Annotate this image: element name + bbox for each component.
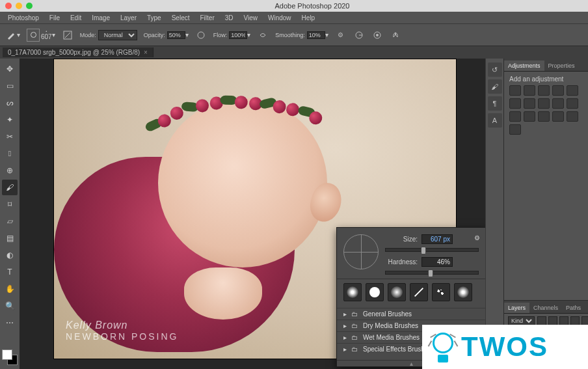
adj-brightness-icon[interactable] xyxy=(509,85,521,96)
history-panel-icon[interactable]: ↺ xyxy=(488,62,502,77)
brush-preset[interactable] xyxy=(432,283,450,301)
document-tab[interactable]: 0_17A7000 srgb_5000px.jpg @ 25% (RGB/8) … xyxy=(3,48,154,57)
adj-photo-filter-icon[interactable] xyxy=(552,98,564,109)
close-tab-icon[interactable]: × xyxy=(144,49,148,56)
menu-select[interactable]: Select xyxy=(172,14,190,21)
brush-angle-widget[interactable] xyxy=(343,234,379,269)
menu-3d[interactable]: 3D xyxy=(225,14,234,21)
brush-folder[interactable]: ▸🗀General Brushes xyxy=(337,308,485,320)
hardness-slider[interactable] xyxy=(385,271,479,275)
blend-mode-select[interactable]: Normal xyxy=(98,30,137,40)
zoom-tool[interactable]: 🔍 xyxy=(2,298,18,314)
lasso-tool[interactable]: ᔕ xyxy=(2,95,18,111)
menu-filter[interactable]: Filter xyxy=(200,14,214,21)
adj-selective-color-icon[interactable] xyxy=(509,124,521,135)
adj-posterize-icon[interactable] xyxy=(538,111,550,122)
edit-toolbar[interactable]: ⋯ xyxy=(2,315,18,331)
brush-preset[interactable] xyxy=(454,283,472,301)
foreground-color-swatch[interactable] xyxy=(2,349,12,360)
dodge-tool[interactable]: ◐ xyxy=(2,247,18,263)
airbrush-toggle[interactable] xyxy=(257,29,269,41)
pressure-opacity-toggle[interactable] xyxy=(195,29,207,41)
brush-tool[interactable]: 🖌 xyxy=(2,180,18,195)
adj-vibrance-icon[interactable] xyxy=(567,85,578,96)
eraser-tool[interactable]: ▱ xyxy=(2,213,18,229)
character-panel-icon[interactable]: A xyxy=(488,113,502,128)
adj-colorbalance-icon[interactable] xyxy=(524,98,535,109)
marquee-tool[interactable]: ▭ xyxy=(2,78,18,94)
brush-panel-toggle[interactable] xyxy=(62,29,74,41)
folder-icon: 🗀 xyxy=(351,334,360,341)
move-tool[interactable]: ✥ xyxy=(2,61,18,77)
pressure-size-toggle[interactable] xyxy=(371,29,383,41)
type-tool[interactable]: T xyxy=(2,264,18,280)
menu-photoshop[interactable]: Photoshop xyxy=(8,14,39,21)
opacity-input[interactable] xyxy=(167,31,185,39)
menu-type[interactable]: Type xyxy=(147,14,161,21)
brush-preset-picker[interactable]: • 607 ▾ xyxy=(27,29,55,42)
traffic-zoom[interactable] xyxy=(26,3,33,9)
flow-input[interactable] xyxy=(229,31,247,39)
menu-edit[interactable]: Edit xyxy=(70,14,81,21)
adj-bw-icon[interactable] xyxy=(538,98,550,109)
adj-gradient-map-icon[interactable] xyxy=(567,111,578,122)
tab-channels[interactable]: Channels xyxy=(529,303,562,313)
tab-properties[interactable]: Properties xyxy=(544,61,579,71)
quick-select-tool[interactable]: ✦ xyxy=(2,112,18,128)
layer-filter-select[interactable]: Kind xyxy=(508,316,535,325)
tab-layers[interactable]: Layers xyxy=(504,303,529,313)
eyedropper-tool[interactable]: 𖠰 xyxy=(2,146,18,161)
brushes-panel-icon[interactable]: 🖌 xyxy=(488,79,502,94)
traffic-close[interactable] xyxy=(5,3,12,9)
symmetry-toggle[interactable] xyxy=(390,29,401,41)
adj-exposure-icon[interactable] xyxy=(552,85,564,96)
adj-channel-mixer-icon[interactable] xyxy=(567,98,578,109)
adj-threshold-icon[interactable] xyxy=(552,111,564,122)
smoothing-options[interactable]: ⚙ xyxy=(335,29,347,41)
hand-tool[interactable]: ✋ xyxy=(2,281,18,297)
brush-preset[interactable] xyxy=(388,283,406,301)
stamp-tool[interactable]: ⌑ xyxy=(2,197,18,212)
menu-image[interactable]: Image xyxy=(92,14,110,21)
brush-preset[interactable] xyxy=(343,283,362,301)
brush-preset[interactable] xyxy=(410,283,428,301)
size-slider[interactable] xyxy=(385,248,479,252)
adj-color-lookup-icon[interactable] xyxy=(509,111,521,122)
filter-pixel-icon[interactable] xyxy=(537,316,546,325)
menu-window[interactable]: Window xyxy=(268,14,291,21)
color-swatches[interactable] xyxy=(2,349,18,365)
paragraph-panel-icon[interactable]: ¶ xyxy=(488,96,502,111)
tools-panel: ✥ ▭ ᔕ ✦ ✂ 𖠰 ⊕ 🖌 ⌑ ▱ ▤ ◐ T ✋ 🔍 ⋯ xyxy=(0,59,20,369)
hardness-value[interactable]: 46% xyxy=(421,257,453,267)
document-tab-title: 0_17A7000 srgb_5000px.jpg @ 25% (RGB/8) xyxy=(8,49,140,56)
traffic-minimize[interactable] xyxy=(16,3,22,9)
adj-hue-icon[interactable] xyxy=(509,98,521,109)
filter-smart-icon[interactable] xyxy=(581,316,588,325)
chevron-down-icon[interactable]: ▾ xyxy=(185,31,189,38)
adj-invert-icon[interactable] xyxy=(524,111,535,122)
filter-type-icon[interactable] xyxy=(559,316,568,325)
adj-levels-icon[interactable] xyxy=(524,85,535,96)
smoothing-input[interactable] xyxy=(307,31,325,39)
canvas-area[interactable]: Kelly Brown NEWBORN POSING ⚙ Size: 607 p… xyxy=(20,59,485,369)
filter-adjust-icon[interactable] xyxy=(548,316,557,325)
panel-gear-icon[interactable]: ⚙ xyxy=(474,234,480,241)
menu-layer[interactable]: Layer xyxy=(120,14,137,21)
menu-file[interactable]: File xyxy=(49,14,60,21)
brush-preset[interactable] xyxy=(366,283,384,301)
crop-tool[interactable]: ✂ xyxy=(2,129,18,144)
healing-tool[interactable]: ⊕ xyxy=(2,163,18,178)
tab-adjustments[interactable]: Adjustments xyxy=(504,61,544,71)
tool-preset-picker[interactable]: ▾ xyxy=(5,29,20,41)
adj-curves-icon[interactable] xyxy=(538,85,550,96)
tab-paths[interactable]: Paths xyxy=(562,303,585,313)
brush-angle[interactable] xyxy=(353,29,365,41)
chevron-down-icon[interactable]: ▾ xyxy=(247,31,250,38)
gradient-tool[interactable]: ▤ xyxy=(2,230,18,246)
menu-view[interactable]: View xyxy=(244,14,258,21)
filter-shape-icon[interactable] xyxy=(570,316,580,325)
document-canvas[interactable]: Kelly Brown NEWBORN POSING ⚙ Size: 607 p… xyxy=(53,59,457,359)
menu-help[interactable]: Help xyxy=(302,14,315,21)
chevron-down-icon[interactable]: ▾ xyxy=(325,31,328,38)
size-value[interactable]: 607 px xyxy=(421,234,453,244)
